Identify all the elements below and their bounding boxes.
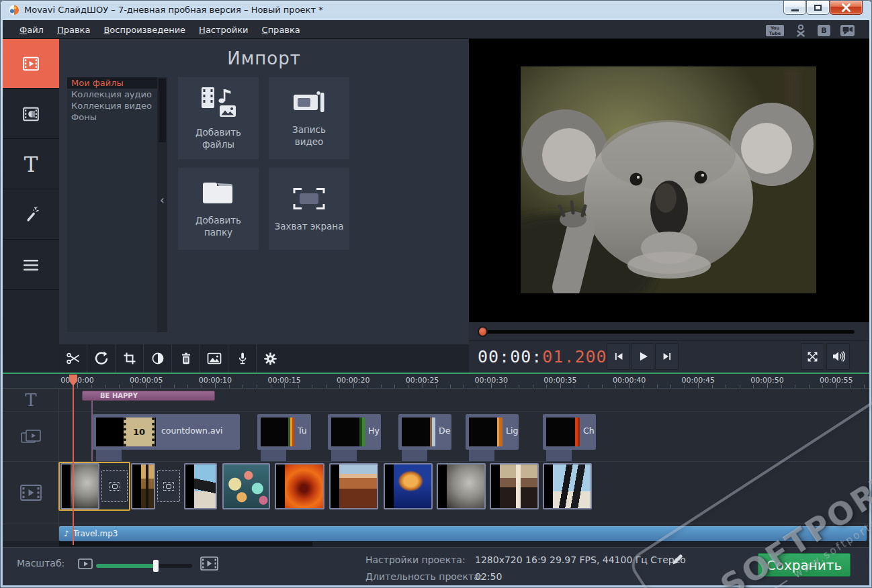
ruler-tick	[174, 385, 175, 388]
add-files-icon	[200, 86, 237, 118]
window-title: Movavi СлайдШОУ – 7-дневная пробная верс…	[24, 5, 323, 15]
ruler-tick	[478, 385, 478, 388]
overlay-track-icon	[20, 428, 42, 445]
castle-slide[interactable]	[131, 463, 155, 509]
video-preview[interactable]	[469, 39, 869, 322]
ruler-tick	[712, 385, 713, 388]
add-folder-button[interactable]: Добавить папку	[178, 168, 259, 250]
countdown-leader: 10	[124, 418, 155, 446]
video-clip[interactable]: 10countdown.avi	[93, 414, 240, 450]
linked-audio-clip[interactable]: BE HAPPY	[82, 391, 215, 401]
video-clip[interactable]: Ch	[543, 414, 596, 450]
video-clip[interactable]: Hy	[328, 414, 381, 450]
timeline-ruler[interactable]: 00:00:0000:00:0500:00:1000:00:1500:00:20…	[3, 374, 869, 389]
delete-button[interactable]	[172, 344, 200, 373]
lighthouse-slide[interactable]	[490, 463, 539, 509]
previous-frame-button[interactable]	[607, 343, 630, 370]
ruler-tick	[643, 385, 644, 388]
import-list-item[interactable]: Коллекция видео	[67, 100, 157, 111]
record-video-icon	[290, 89, 328, 115]
penguin-slide[interactable]	[184, 463, 217, 509]
sidebar-item-more[interactable]	[3, 240, 59, 290]
menu-item-help[interactable]: Справка	[262, 25, 300, 35]
seek-handle[interactable]	[478, 326, 488, 337]
menu-item-settings[interactable]: Настройки	[199, 25, 248, 35]
adjust-button[interactable]	[144, 344, 172, 373]
screen-capture-label: Захват экрана	[272, 221, 346, 233]
import-list-item[interactable]: Фоны	[67, 111, 157, 123]
clip-thumbnail	[546, 418, 580, 446]
odnoklassniki-icon[interactable]	[794, 23, 808, 37]
titles-track-header[interactable]: T	[3, 389, 59, 411]
penguins-slide[interactable]	[543, 463, 592, 509]
record-audio-button[interactable]	[228, 344, 257, 373]
transition-placeholder[interactable]	[157, 470, 180, 502]
photo-track-header[interactable]	[3, 462, 59, 524]
bokeh-slide[interactable]	[222, 463, 270, 509]
import-list-item[interactable]: Мои файлы	[67, 77, 157, 89]
ruler-tick	[809, 385, 810, 388]
overlay-track-header[interactable]	[3, 411, 59, 461]
zoom-slider[interactable]	[96, 564, 192, 568]
screen-capture-button[interactable]: Захват экрана	[269, 168, 349, 250]
seek-bar[interactable]	[481, 330, 855, 334]
video-clip[interactable]: Lig	[466, 414, 519, 450]
record-video-button[interactable]: Запись видео	[269, 77, 349, 159]
menu-items: ФайлПравкаВоспроизведениеНастройкиСправк…	[19, 20, 300, 39]
youtube-icon[interactable]: YouTube	[766, 25, 784, 36]
clip-label: Ch	[583, 426, 595, 436]
clip-link-stub	[261, 450, 286, 461]
cut-button[interactable]	[59, 344, 87, 373]
add-folder-label: Добавить папку	[188, 215, 249, 238]
desert-slide[interactable]	[329, 463, 378, 509]
minimize-button[interactable]	[783, 1, 806, 15]
menu-item-edit[interactable]: Правка	[57, 25, 90, 35]
playhead-line[interactable]	[73, 375, 74, 545]
timeline-scrollbar-thumb[interactable]	[59, 542, 312, 546]
import-list-item[interactable]: Коллекция аудио	[67, 89, 157, 100]
play-button[interactable]	[631, 343, 654, 370]
menu-item-file[interactable]: Файл	[19, 25, 44, 35]
sidebar-item-transitions[interactable]	[3, 89, 59, 139]
list-scrollbar-thumb[interactable]	[159, 79, 166, 142]
vkontakte-icon[interactable]: B	[818, 25, 830, 36]
next-frame-button[interactable]	[655, 343, 679, 370]
volume-button[interactable]	[826, 343, 850, 370]
video-clip[interactable]: Tu	[257, 414, 311, 450]
timeline-scrollbar[interactable]	[3, 541, 869, 547]
fullscreen-button[interactable]	[801, 343, 824, 370]
zoom-out-film-icon[interactable]	[78, 558, 93, 569]
ruler-tick	[546, 385, 547, 388]
collapse-panel-arrow[interactable]: ‹	[160, 193, 165, 207]
rotate-button[interactable]	[87, 344, 116, 373]
jellyfish-slide[interactable]	[384, 463, 433, 509]
ruler-tick	[670, 385, 671, 388]
sidebar-item-import[interactable]	[3, 39, 59, 89]
title-bar[interactable]: Movavi СлайдШОУ – 7-дневная пробная верс…	[1, 0, 871, 20]
video-clip[interactable]: De	[398, 414, 451, 450]
ruler-tick	[588, 385, 588, 388]
social-icons: YouTube B	[766, 23, 855, 37]
timecode-display: 00:00:01.200	[478, 347, 607, 366]
settings-button[interactable]	[257, 344, 284, 373]
save-button[interactable]: Сохранить	[758, 553, 851, 577]
clip-thumbnail	[331, 418, 365, 446]
image-button[interactable]	[200, 344, 228, 373]
maximize-button[interactable]	[806, 1, 830, 15]
flower-slide[interactable]	[275, 463, 324, 509]
sidebar-item-titles[interactable]: T	[3, 140, 59, 189]
zoom-in-film-icon[interactable]	[200, 556, 218, 571]
slide-image	[141, 464, 154, 508]
add-files-button[interactable]: Добавить файлы	[178, 77, 259, 159]
edit-settings-pencil-icon[interactable]	[672, 554, 683, 565]
video-chat-icon[interactable]	[840, 25, 855, 36]
close-button[interactable]	[830, 1, 863, 15]
crop-button[interactable]	[116, 344, 144, 373]
zoom-slider-handle[interactable]	[153, 560, 159, 572]
ruler-tick	[574, 385, 574, 388]
audio-track-clip[interactable]: ♪ Travel.mp3	[59, 526, 867, 541]
titles-icon: T	[24, 152, 38, 177]
koala2-slide[interactable]	[437, 463, 486, 509]
menu-item-playback[interactable]: Воспроизведение	[103, 25, 185, 35]
sidebar-item-filters[interactable]	[3, 190, 59, 240]
